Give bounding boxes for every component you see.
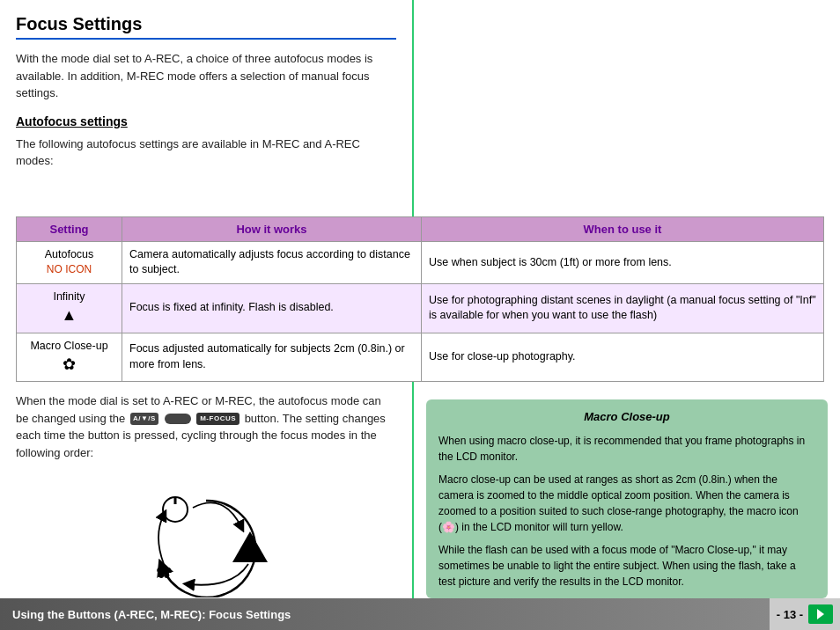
setting-cell-macro: Macro Close-up ✿	[17, 333, 122, 382]
next-page-button[interactable]	[808, 604, 833, 624]
right-bottom: Macro Close-up When using macro close-up…	[414, 382, 840, 598]
when-cell-infinity: Use for photographing distant scenes in …	[422, 283, 824, 333]
macro-para-1: When using macro close-up, it is recomme…	[438, 433, 815, 465]
table-header-row: Setting How it works When to use it	[17, 216, 824, 241]
autofocus-desc: The following autofocus settings are ava…	[16, 136, 396, 170]
when-cell-macro: Use for close-up photography.	[422, 333, 824, 382]
autofocus-section-title: Autofocus settings	[16, 114, 396, 128]
no-icon-label: NO ICON	[47, 263, 92, 275]
button-label: A/▼/S	[130, 413, 158, 425]
mountain-icon: ▲	[24, 304, 114, 326]
svg-marker-1	[232, 531, 268, 562]
footer-page-area: - 13 -	[770, 598, 840, 630]
below-table-section: When the mode dial is set to A-REC or M-…	[0, 382, 840, 598]
mfocus-button: M-FOCUS	[196, 413, 239, 425]
macro-box-title: Macro Close-up	[438, 408, 815, 426]
macro-closeup-box: Macro Close-up When using macro close-up…	[426, 399, 828, 598]
setting-cell-autofocus: Autofocus NO ICON	[17, 241, 122, 283]
cycle-svg: ✿	[118, 483, 294, 597]
how-cell-macro: Focus adjusted automatically for subject…	[122, 333, 422, 382]
cycle-diagram: ✿	[16, 479, 396, 598]
top-section: Focus Settings With the mode dial set to…	[0, 0, 840, 216]
left-bottom: When the mode dial is set to A-REC or M-…	[0, 382, 414, 598]
setting-name-infinity: Infinity	[53, 290, 85, 303]
table-row: Infinity ▲ Focus is fixed at infinity. F…	[17, 283, 824, 333]
macro-para-3: While the flash can be used with a focus…	[438, 542, 815, 590]
flower-icon: ✿	[24, 354, 114, 376]
page-number: - 13 -	[777, 608, 803, 621]
how-cell-infinity: Focus is fixed at infinity. Flash is dis…	[122, 283, 422, 333]
page-wrapper: Focus Settings With the mode dial set to…	[0, 0, 840, 598]
footer-label: Using the Buttons (A-REC, M-REC): Focus …	[12, 608, 291, 621]
th-setting: Setting	[17, 216, 122, 241]
bottom-text: When the mode dial is set to A-REC or M-…	[16, 392, 396, 461]
setting-name-macro: Macro Close-up	[30, 340, 107, 352]
svg-marker-3	[817, 609, 824, 619]
focus-table: Setting How it works When to use it Auto…	[16, 216, 824, 382]
footer-label-area: Using the Buttons (A-REC, M-REC): Focus …	[0, 598, 770, 630]
table-container: Setting How it works When to use it Auto…	[0, 216, 840, 382]
setting-name-autofocus: Autofocus	[45, 248, 94, 260]
arrow-right-icon	[814, 607, 828, 621]
how-cell-autofocus: Camera automatically adjusts focus accor…	[122, 241, 422, 283]
right-text-area	[414, 0, 840, 216]
macro-para-2: Macro close-up can be used at ranges as …	[438, 472, 815, 535]
page-title: Focus Settings	[16, 14, 396, 40]
intro-text: With the mode dial set to A-REC, a choic…	[16, 50, 396, 102]
left-text-area: Focus Settings With the mode dial set to…	[0, 0, 414, 216]
th-when: When to use it	[422, 216, 824, 241]
table-row: Macro Close-up ✿ Focus adjusted automati…	[17, 333, 824, 382]
bottom-bar: Using the Buttons (A-REC, M-REC): Focus …	[0, 598, 840, 630]
th-how: How it works	[122, 216, 422, 241]
table-row: Autofocus NO ICON Camera automatically a…	[17, 241, 824, 283]
when-cell-autofocus: Use when subject is 30cm (1ft) or more f…	[422, 241, 824, 283]
setting-cell-infinity: Infinity ▲	[17, 283, 122, 333]
